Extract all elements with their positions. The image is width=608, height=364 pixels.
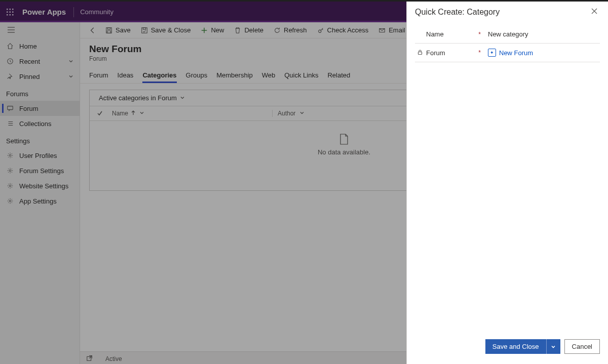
tab-categories[interactable]: Categories <box>142 68 176 83</box>
cmd-save[interactable]: Save <box>100 22 136 38</box>
refresh-icon <box>274 27 281 34</box>
svg-point-22 <box>9 185 11 187</box>
nav-forum-settings[interactable]: Forum Settings <box>0 163 80 178</box>
tab-ideas[interactable]: Ideas <box>118 68 134 83</box>
svg-rect-13 <box>8 106 13 110</box>
quick-create-panel: Quick Create: Category Name * New catego… <box>406 2 608 364</box>
svg-rect-36 <box>419 52 422 54</box>
tab-related[interactable]: Related <box>327 68 350 83</box>
cmd-save-label: Save <box>116 26 131 34</box>
tab-quick-links[interactable]: Quick Links <box>284 68 318 83</box>
nav-section-forums: Forums <box>0 84 80 101</box>
gear-icon <box>6 182 14 189</box>
hamburger-icon[interactable] <box>7 26 15 35</box>
cmd-new-label: New <box>211 26 224 34</box>
cmd-save-close-label: Save & Close <box>151 26 191 34</box>
nav-pinned[interactable]: Pinned <box>0 69 80 84</box>
lookup-entity-icon: ✦ <box>488 49 496 57</box>
nav-home-label: Home <box>19 43 37 50</box>
save-close-icon <box>141 27 148 34</box>
field-forum-label: Forum <box>426 49 445 57</box>
view-name: Active categories in Forum <box>99 94 177 102</box>
field-forum-row[interactable]: Forum * ✦ New Forum <box>415 44 600 62</box>
cmd-delete[interactable]: Delete <box>229 22 269 38</box>
cmd-check-access[interactable]: Check Access <box>312 22 374 38</box>
status-state: Active <box>105 355 122 362</box>
nav-user-profiles[interactable]: User Profiles <box>0 148 80 163</box>
nav-app-settings-label: App Settings <box>19 197 57 205</box>
svg-point-21 <box>9 170 11 172</box>
key-icon <box>317 27 324 34</box>
required-indicator: * <box>478 31 481 38</box>
home-icon <box>6 43 14 50</box>
field-name-value[interactable]: New category <box>488 30 598 38</box>
nav-collections[interactable]: Collections <box>0 116 80 131</box>
svg-rect-28 <box>143 27 145 29</box>
nav-pinned-label: Pinned <box>19 73 40 80</box>
chevron-down-icon[interactable] <box>139 110 144 117</box>
nav-forum-settings-label: Forum Settings <box>19 167 64 175</box>
open-external-icon[interactable] <box>86 354 93 363</box>
tab-web[interactable]: Web <box>262 68 276 83</box>
svg-rect-27 <box>141 27 147 33</box>
svg-point-20 <box>9 154 11 156</box>
gear-icon <box>6 152 14 159</box>
nav-collections-label: Collections <box>19 120 52 128</box>
nav-recent-label: Recent <box>19 58 40 65</box>
cancel-button[interactable]: Cancel <box>564 339 600 354</box>
svg-rect-26 <box>107 30 111 32</box>
clock-icon <box>6 58 14 65</box>
tab-groups[interactable]: Groups <box>186 68 208 83</box>
svg-rect-25 <box>107 27 110 29</box>
nav-website-settings[interactable]: Website Settings <box>0 178 80 193</box>
plus-icon <box>201 27 208 34</box>
column-select-all[interactable] <box>90 110 110 116</box>
column-name-label: Name <box>112 110 128 117</box>
field-forum-text: New Forum <box>499 49 533 57</box>
sort-asc-icon <box>131 110 135 117</box>
cmd-delete-label: Delete <box>244 26 263 34</box>
chevron-down-icon <box>68 73 73 80</box>
forum-icon <box>6 105 14 112</box>
cmd-new[interactable]: New <box>196 22 229 38</box>
nav-forum-label: Forum <box>19 105 39 112</box>
nav-section-settings: Settings <box>0 131 80 148</box>
field-forum-value[interactable]: ✦ New Forum <box>488 49 598 57</box>
cmd-check-access-label: Check Access <box>327 26 369 34</box>
save-and-close-split-button: Save and Close <box>485 339 560 354</box>
mail-icon <box>378 27 386 34</box>
gear-icon <box>6 197 14 205</box>
trash-icon <box>234 27 241 34</box>
chevron-down-icon <box>68 58 73 65</box>
column-name[interactable]: Name <box>110 110 272 117</box>
svg-point-23 <box>9 200 11 202</box>
field-name-label: Name <box>426 30 444 38</box>
tab-membership[interactable]: Membership <box>216 68 253 83</box>
list-icon <box>6 120 14 127</box>
tab-forum[interactable]: Forum <box>89 68 108 83</box>
cmd-save-close[interactable]: Save & Close <box>136 22 196 38</box>
close-button[interactable] <box>589 6 600 18</box>
column-author-label: Author <box>278 110 295 117</box>
save-icon <box>105 27 112 34</box>
cmd-refresh[interactable]: Refresh <box>269 22 312 38</box>
left-nav: Home Recent Pinned Forums Forum Collecti… <box>0 22 80 364</box>
nav-user-profiles-label: User Profiles <box>19 152 57 159</box>
save-and-close-button[interactable]: Save and Close <box>485 339 546 354</box>
lock-icon <box>417 49 423 57</box>
save-and-close-more-button[interactable] <box>546 339 560 354</box>
pin-icon <box>6 73 14 80</box>
field-name-row[interactable]: Name * New category <box>415 25 600 44</box>
nav-home[interactable]: Home <box>0 38 80 54</box>
nav-app-settings[interactable]: App Settings <box>0 193 80 209</box>
nav-forum[interactable]: Forum <box>0 101 80 116</box>
nav-recent[interactable]: Recent <box>0 54 80 69</box>
chevron-down-icon <box>180 94 185 102</box>
chevron-down-icon[interactable] <box>299 110 305 117</box>
back-button[interactable] <box>85 27 100 34</box>
required-indicator: * <box>478 49 481 56</box>
panel-title: Quick Create: Category <box>415 8 589 17</box>
nav-website-settings-label: Website Settings <box>19 182 68 190</box>
cmd-refresh-label: Refresh <box>284 26 307 34</box>
gear-icon <box>6 167 14 174</box>
